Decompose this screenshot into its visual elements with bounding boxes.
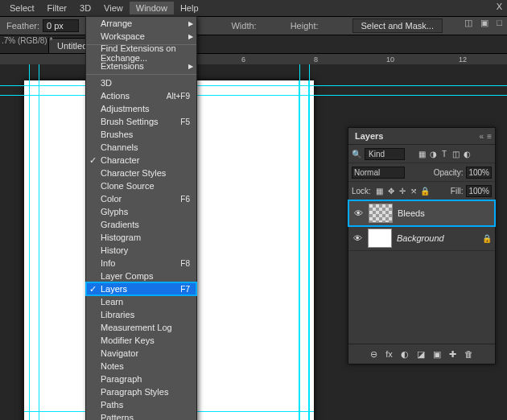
layer-action-icon[interactable]: 🗑 [464,349,473,359]
lock-option-icon[interactable]: ✥ [385,185,397,196]
fill-label: Fill: [451,187,464,196]
menu-item-arrange[interactable]: Arrange▶ [86,17,196,30]
document-tab-bar: Untitled... [0,35,507,54]
layer-blend-row: Normal Opacity: 100% [348,163,495,182]
ruler-tick: 8 [314,56,318,64]
select-and-mask-button[interactable]: Select and Mask... [352,19,443,33]
menu-item-info[interactable]: InfoF8 [86,257,196,270]
menu-window[interactable]: Window [130,2,174,14]
menu-help[interactable]: Help [174,2,205,14]
menu-item-paragraph[interactable]: Paragraph [86,373,196,385]
feather-label: Feather: [6,21,39,31]
menu-item-learn[interactable]: Learn [86,295,196,308]
panel-menu-icon[interactable]: ≡ [487,132,492,141]
layer-filter-row: 🔍 Kind ▦◑T◫◐ [348,145,495,163]
menu-item-patterns[interactable]: Patterns [86,411,196,420]
layer-action-icon[interactable]: fx [385,349,393,359]
shortcut-label: Alt+F9 [167,92,190,101]
layer-thumbnail[interactable] [368,229,392,248]
layer-filter-icon[interactable]: T [439,148,450,159]
menu-item-character-styles[interactable]: Character Styles [86,167,196,179]
lock-label: Lock: [352,187,371,196]
layers-panel-tab[interactable]: Layers [348,129,390,143]
layer-row[interactable]: 👁Bleeds [348,200,495,226]
layers-panel-footer: ⊖fx◐◪▣✚🗑 [348,344,495,364]
panel-collapse-icon[interactable]: « [480,132,484,141]
layer-filter-icon[interactable]: ◑ [427,148,439,159]
menu-item-paragraph-styles[interactable]: Paragraph Styles [86,385,196,398]
options-bar: Feather: 0 px Width: Height: Select and … [0,17,507,35]
menu-item-brush-settings[interactable]: Brush SettingsF5 [86,115,196,128]
visibility-icon[interactable]: 👁 [352,233,363,243]
fill-input[interactable]: 100% [466,185,492,197]
layer-name[interactable]: Background [397,233,477,243]
menu-select[interactable]: Select [3,2,41,14]
menu-item-layers[interactable]: ✓LayersF7 [86,282,196,295]
menu-item-glyphs[interactable]: Glyphs [86,205,196,218]
menu-item-find-extensions-on-exchange-[interactable]: Find Extensions on Exchange... [86,47,196,60]
close-icon[interactable]: X [497,2,502,11]
layer-action-icon[interactable]: ◪ [417,349,425,360]
layer-thumbnail[interactable] [369,204,393,223]
lock-option-icon[interactable]: ▦ [374,185,385,196]
menu-3d[interactable]: 3D [73,2,97,14]
menu-item-actions[interactable]: ActionsAlt+F9 [86,89,196,102]
submenu-arrow-icon: ▶ [188,33,193,40]
layer-action-icon[interactable]: ▣ [433,349,441,360]
feather-input[interactable]: 0 px [43,19,79,32]
lock-icon[interactable]: 🔒 [482,234,492,243]
opacity-input[interactable]: 100% [466,167,492,179]
zoom-label: .7% (RGB/8) * [2,36,52,45]
workspace-switch-icon[interactable]: ▣ [480,18,488,28]
shortcut-label: F6 [180,195,190,204]
menu-item-extensions[interactable]: Extensions▶ [86,60,196,72]
search-icon: 🔍 [352,150,361,159]
layer-action-icon[interactable]: ⊖ [370,349,377,360]
layers-panel[interactable]: Layers «≡ 🔍 Kind ▦◑T◫◐ Normal Opacity: 1… [348,127,496,364]
layer-name[interactable]: Bleeds [398,208,491,218]
blend-mode-select[interactable]: Normal [352,167,405,179]
menu-filter[interactable]: Filter [41,2,73,14]
shortcut-label: F7 [180,285,190,294]
layer-row[interactable]: 👁Background🔒 [348,226,495,251]
height-label: Height: [291,21,319,31]
menu-item-history[interactable]: History [86,244,196,257]
layer-filter-icon[interactable]: ▦ [416,148,427,159]
menu-item-gradients[interactable]: Gradients [86,218,196,231]
submenu-arrow-icon: ▶ [188,63,193,70]
menu-item-workspace[interactable]: Workspace▶ [86,30,196,43]
layer-action-icon[interactable]: ✚ [449,349,456,360]
menu-item-brushes[interactable]: Brushes [86,128,196,141]
menu-item-character[interactable]: ✓Character [86,154,196,167]
menu-view[interactable]: View [97,2,130,14]
menu-item-measurement-log[interactable]: Measurement Log [86,321,196,334]
width-label: Width: [231,21,256,31]
layer-filter-icon[interactable]: ◫ [450,148,461,159]
lock-option-icon[interactable]: ⤧ [408,185,419,196]
layer-filter-icon[interactable]: ◐ [461,148,472,159]
workspace-switch-icon[interactable]: □ [497,18,502,28]
ruler-tick: 12 [459,56,467,64]
menu-item-color[interactable]: ColorF6 [86,192,196,205]
menu-item-3d[interactable]: 3D [86,76,196,89]
menu-item-modifier-keys[interactable]: Modifier Keys [86,334,196,347]
menu-item-adjustments[interactable]: Adjustments [86,102,196,115]
layer-action-icon[interactable]: ◐ [401,349,409,360]
shortcut-label: F5 [180,117,190,126]
menu-item-libraries[interactable]: Libraries [86,308,196,321]
menu-item-layer-comps[interactable]: Layer Comps [86,270,196,282]
menu-item-navigator[interactable]: Navigator [86,347,196,360]
workspace-switch-icon[interactable]: ◫ [464,18,472,28]
menu-item-notes[interactable]: Notes [86,360,196,373]
menu-item-clone-source[interactable]: Clone Source [86,179,196,192]
menu-item-paths[interactable]: Paths [86,398,196,411]
window-menu-dropdown[interactable]: Arrange▶Workspace▶Find Extensions on Exc… [85,16,197,420]
lock-option-icon[interactable]: ✛ [397,185,408,196]
menu-item-channels[interactable]: Channels [86,141,196,154]
visibility-icon[interactable]: 👁 [352,208,364,218]
menu-item-histogram[interactable]: Histogram [86,231,196,244]
layer-lock-row: Lock: ▦✥✛⤧🔒 Fill: 100% [348,182,495,200]
shortcut-label: F8 [180,259,190,268]
layer-kind-select[interactable]: Kind [365,148,405,160]
lock-option-icon[interactable]: 🔒 [419,185,431,196]
